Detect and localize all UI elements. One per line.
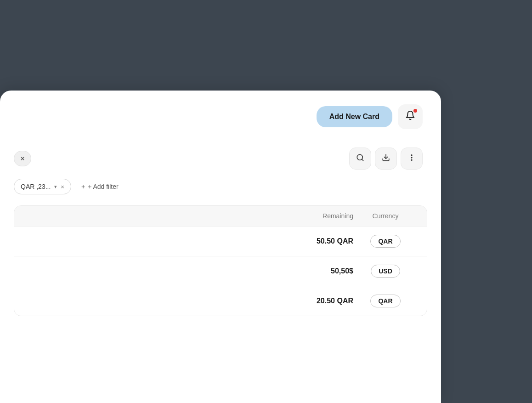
table-row: 50,50$ USD [14,256,427,286]
col-header-empty [23,212,271,220]
currency-badge-0: QAR [370,235,400,248]
svg-point-3 [411,155,412,156]
active-filter-chip[interactable]: QAR ,23... ▾ × [14,179,71,194]
add-new-card-button[interactable]: Add New Card [317,106,392,127]
toolbar-row: × [14,148,427,170]
col-header-remaining: Remaining [271,212,353,220]
download-button[interactable] [375,148,397,170]
plus-icon: + [81,183,85,190]
notification-dot [413,109,417,113]
currency-badge-2: QAR [370,295,400,307]
chevron-down-icon: ▾ [54,184,57,190]
main-card: Add New Card × [0,91,441,403]
add-filter-button[interactable]: + + Add filter [76,179,124,194]
close-chip-x-icon: × [21,155,24,162]
svg-line-1 [362,159,363,160]
search-button[interactable] [349,148,371,170]
filter-row: QAR ,23... ▾ × + + Add filter [14,179,427,194]
cell-currency-1: USD [353,265,418,278]
header-row: Add New Card [14,104,427,129]
cell-currency-0: QAR [353,235,418,248]
data-table: Remaining Currency 50.50 QAR QAR 50,50$ … [14,205,427,316]
cell-currency-2: QAR [353,295,418,307]
cell-remaining-1: 50,50$ [271,267,353,275]
cell-remaining-0: 50.50 QAR [271,237,353,245]
right-toolbar [349,148,423,170]
table-row: 20.50 QAR QAR [14,286,427,316]
add-filter-label: + Add filter [88,183,119,190]
svg-point-5 [411,159,412,160]
currency-badge-1: USD [371,265,400,278]
left-toolbar: × [14,151,31,166]
svg-point-4 [411,157,412,158]
col-header-currency: Currency [353,212,418,220]
filter-value: QAR ,23... [21,183,51,190]
more-icon [407,153,416,164]
filter-remove-icon[interactable]: × [61,183,64,190]
search-icon [356,153,364,164]
close-chip[interactable]: × [14,151,31,166]
more-options-button[interactable] [401,148,423,170]
table-header: Remaining Currency [14,206,427,226]
download-icon [382,153,390,164]
table-row: 50.50 QAR QAR [14,226,427,256]
cell-remaining-2: 20.50 QAR [271,297,353,305]
notification-button[interactable] [398,104,423,129]
